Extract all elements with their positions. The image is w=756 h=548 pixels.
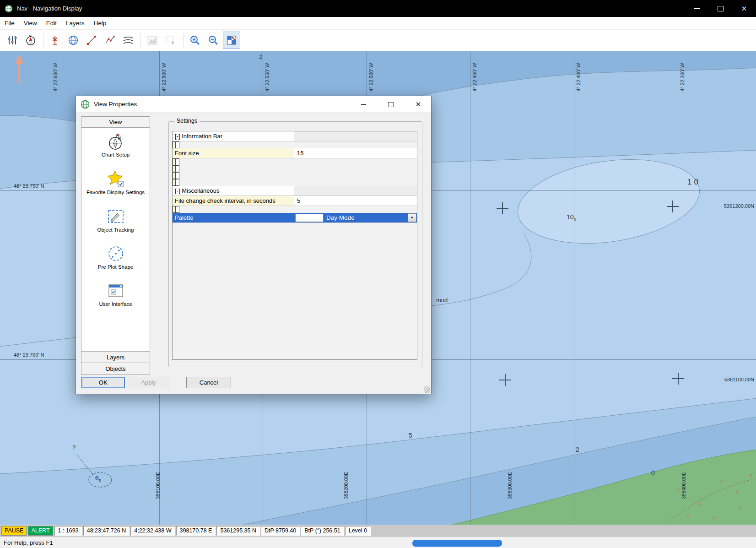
help-text: For Help, press F1 [4,539,53,546]
apply-button[interactable]: Apply [127,377,170,388]
measure-line-icon[interactable] [83,32,100,49]
sounding-label: 65 [95,474,101,483]
menu-item-layers[interactable]: Layers [61,20,89,27]
setting-value[interactable]: Day Mode▼ [294,213,417,222]
dialog-minimize-icon[interactable] [353,98,373,111]
zoom-out-icon[interactable] [205,32,222,49]
settings-row-show[interactable]: ✔Show [173,141,179,148]
longitude-gridline [51,51,51,525]
settings-row-mainline-offsets[interactable]: ✔Mainline offsets [173,172,179,179]
chevron-down-icon[interactable]: ▼ [408,213,416,222]
object-tracking-icon [81,207,150,227]
setting-value[interactable] [176,179,179,185]
application-window: Nav - Navigation Display ✕ File View Edi… [0,0,756,548]
settings-groupbox: Settings [-] Information Bar✔ShowFont si… [168,121,422,367]
nav-tab-view[interactable]: View [81,117,150,128]
nav-item-user-interface[interactable]: User Interface [81,282,150,313]
settings-row-information-bar[interactable]: [-] Information Bar [173,131,417,141]
nav-item-label: Object Tracking [81,227,150,233]
longitude-gridline [678,51,678,525]
setting-label: ✔Show scale [173,159,176,165]
nav-item-object-tracking[interactable]: Object Tracking [81,207,150,239]
nav-item-favorite-display-settings[interactable]: Favorite Display Settings [81,170,150,201]
nav-tab-objects[interactable]: Objects [81,363,150,374]
nav-item-chart-setup[interactable]: N Chart Setup [81,132,150,163]
sounding-label: 2 [259,53,262,60]
display-settings-icon[interactable] [4,32,21,49]
dialog-maximize-icon[interactable] [381,98,401,111]
ok-button[interactable]: OK [81,377,125,388]
maximize-icon[interactable] [708,0,732,17]
resize-grip-icon[interactable] [424,386,430,393]
setting-label: ✔Mainline offsets [173,173,176,179]
cancel-button[interactable]: Cancel [186,377,231,388]
toolbar-separator [43,33,43,47]
globe-icon[interactable] [65,32,82,49]
dialog-nav-panel: View N Chart Setup Favorite Display Sett… [81,116,150,375]
app-globe-icon [5,5,13,13]
alert-indicator[interactable]: ALERT [28,526,53,536]
menu-item-edit[interactable]: Edit [42,20,61,27]
pause-indicator[interactable]: PAUSE [1,526,27,536]
northing-label: 5361100.00N [714,377,754,382]
settings-grid[interactable]: [-] Information Bar✔ShowFont size15✔Show… [172,131,417,360]
h-scrollbar-thumb[interactable] [412,540,502,547]
profile-chart-icon [144,32,161,49]
setting-label: Font size [173,148,294,158]
menu-item-view[interactable]: View [19,20,42,27]
app-title: Nav - Navigation Display [17,5,82,12]
menu-item-file[interactable]: File [0,20,19,27]
latitude-label: 48° 23.750' N [14,183,44,189]
setting-value[interactable] [176,173,179,179]
settings-row-palette[interactable]: PaletteDay Mode▼ [173,213,417,223]
dialog-close-icon[interactable]: ✕ [408,98,428,111]
setting-label: File change check interval, in seconds [173,196,294,206]
zoom-in-icon[interactable] [186,32,204,49]
favorite-display-icon [81,170,150,189]
setting-value[interactable] [176,159,179,165]
settings-row-range-tool-use-nm[interactable]: Range Tool use NM [173,206,179,213]
nav-tab-layers[interactable]: Layers [81,351,150,363]
setting-value[interactable] [176,142,179,148]
settings-row-file-change-check-interval-in-seconds[interactable]: File change check interval, in seconds5 [173,196,417,206]
close-icon[interactable]: ✕ [732,0,756,17]
toolbar: N [0,30,756,51]
setting-value[interactable] [176,166,179,172]
nav-item-pre-plot-shape[interactable]: Pre Plot Shape [81,244,150,276]
settings-row-miscellaneous[interactable]: [-] Miscellaneous [173,186,417,196]
longitude-label: 4° 22.400' W [576,63,581,92]
sounding-label: 5 [409,432,412,439]
menu-item-help[interactable]: Help [89,20,111,27]
layers-icon[interactable] [119,32,137,49]
setting-label: [-] Information Bar [173,131,294,141]
app-titlebar[interactable]: Nav - Navigation Display ✕ [0,0,756,17]
compass-icon[interactable]: N [22,32,39,49]
polyline-icon[interactable] [101,32,119,49]
setting-value[interactable]: 15 [294,148,417,158]
view-properties-icon[interactable] [223,32,240,49]
grid-cross-icon [667,201,679,212]
minimize-icon[interactable] [685,0,708,17]
setting-value[interactable]: 5 [294,196,417,206]
mast-icon[interactable] [46,32,64,49]
toolbar-separator [183,33,184,47]
setting-value[interactable] [294,131,417,141]
statusbar-segment: 398170.78 E [176,526,216,536]
grid-cross-icon [499,374,511,386]
settings-row-show-scale[interactable]: ✔Show scale [173,158,179,165]
dialog-titlebar[interactable]: View Properties ✕ [76,96,431,113]
setting-label: [-] Miscellaneous [173,186,294,195]
settings-row-sounding-grid[interactable]: ✔Sounding Grid [173,179,179,186]
settings-group-label: Settings [174,118,200,124]
setting-value[interactable] [294,186,417,195]
settings-row-geographic-coordinates[interactable]: ✔Geographic coordinates [173,165,179,172]
easting-label: 398300.00E [507,472,513,499]
view-properties-dialog: View Properties ✕ View N Chart Setup Fav… [76,96,432,394]
nav-item-label: Favorite Display Settings [81,190,150,195]
sounding-label: 0 [651,469,655,477]
statusbar-segment: 1 : 1693 [54,526,82,536]
setting-value[interactable] [176,206,179,212]
helpbar: For Help, press F1 [0,537,756,548]
nav-item-label: Pre Plot Shape [81,264,150,270]
settings-row-font-size[interactable]: Font size15 [173,148,417,158]
